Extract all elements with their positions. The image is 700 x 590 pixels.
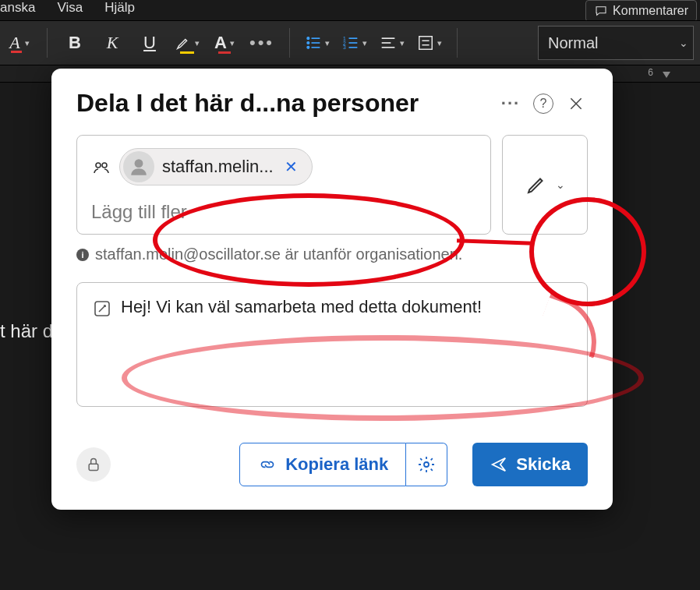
- link-scope-icon: [91, 157, 111, 177]
- share-dialog: Dela I det här d...na personer ··· ?: [51, 69, 613, 510]
- info-icon: i: [76, 249, 89, 261]
- line-spacing-button[interactable]: ▾: [416, 29, 443, 57]
- annotation-connector: [457, 238, 533, 245]
- formatting-ribbon: A ▾ B K U ▾ A ▾ ••• ▾ 1 2 3 ▾ ▾: [0, 20, 700, 65]
- pencil-icon: [525, 173, 548, 196]
- svg-rect-15: [419, 37, 433, 50]
- font-color-button[interactable]: A ▾: [6, 29, 33, 57]
- lock-icon: [86, 457, 101, 472]
- compose-icon: [93, 299, 111, 323]
- bold-button[interactable]: B: [62, 29, 88, 57]
- comments-button[interactable]: Kommentarer: [585, 0, 697, 22]
- bullet-list-button[interactable]: ▾: [304, 29, 331, 57]
- comments-label: Kommentarer: [613, 4, 688, 18]
- align-button[interactable]: ▾: [379, 29, 405, 57]
- message-input[interactable]: Hej! Vi kan väl samarbeta med detta doku…: [76, 282, 588, 407]
- chevron-down-icon: ⌄: [556, 178, 565, 191]
- document-text-fragment: t här d: [0, 320, 53, 342]
- recipient-name: staffan.melin...: [162, 157, 274, 177]
- permission-picker[interactable]: ⌄: [502, 135, 588, 235]
- avatar: [123, 151, 154, 182]
- ruler-marker[interactable]: [663, 72, 670, 78]
- svg-point-21: [102, 163, 107, 168]
- svg-point-22: [135, 159, 143, 168]
- link-settings-lock[interactable]: [76, 447, 111, 482]
- external-warning: i staffan.melin@oscillator.se är utanför…: [76, 246, 588, 263]
- svg-point-4: [307, 47, 309, 49]
- more-formatting-button[interactable]: •••: [249, 29, 275, 57]
- underline-button[interactable]: U: [136, 29, 163, 57]
- highlight-button[interactable]: ▾: [174, 29, 200, 57]
- dialog-title: Dela I det här d...na personer: [76, 89, 488, 118]
- style-picker-value: Normal: [548, 34, 598, 52]
- message-text: Hej! Vi kan väl samarbeta med detta doku…: [121, 297, 482, 317]
- svg-point-25: [424, 462, 429, 467]
- menu-item[interactable]: anska: [0, 0, 35, 16]
- remove-recipient-button[interactable]: ✕: [281, 157, 301, 176]
- external-warning-text: staffan.melin@oscillator.se är utanför o…: [95, 246, 462, 263]
- close-button[interactable]: [564, 92, 588, 115]
- more-options-button[interactable]: ···: [499, 92, 522, 115]
- send-icon: [490, 456, 508, 473]
- add-more-recipients[interactable]: Lägg till fler: [91, 201, 476, 223]
- svg-point-0: [307, 37, 309, 40]
- link-icon: [257, 457, 278, 472]
- menu-item[interactable]: Visa: [57, 0, 83, 16]
- svg-text:3: 3: [343, 44, 346, 50]
- ruler-tick: 6: [648, 67, 653, 78]
- numbered-list-button[interactable]: 1 2 3 ▾: [341, 29, 368, 57]
- recipients-input-area[interactable]: staffan.melin... ✕ Lägg till fler: [76, 135, 491, 235]
- recipient-chip[interactable]: staffan.melin... ✕: [119, 148, 313, 185]
- svg-rect-24: [89, 464, 98, 470]
- italic-button[interactable]: K: [99, 29, 126, 57]
- copy-link-label: Kopiera länk: [285, 454, 388, 475]
- gear-icon: [417, 455, 436, 474]
- text-color-button[interactable]: A ▾: [211, 29, 238, 57]
- copy-link-button[interactable]: Kopiera länk: [239, 443, 406, 486]
- svg-point-20: [96, 163, 101, 168]
- send-label: Skicka: [516, 454, 571, 475]
- svg-point-2: [307, 42, 309, 44]
- help-button[interactable]: ?: [533, 94, 553, 114]
- link-settings-button[interactable]: [406, 443, 447, 486]
- send-button[interactable]: Skicka: [472, 443, 588, 486]
- style-picker[interactable]: Normal ⌄: [538, 26, 694, 60]
- menu-item[interactable]: Hjälp: [104, 0, 135, 16]
